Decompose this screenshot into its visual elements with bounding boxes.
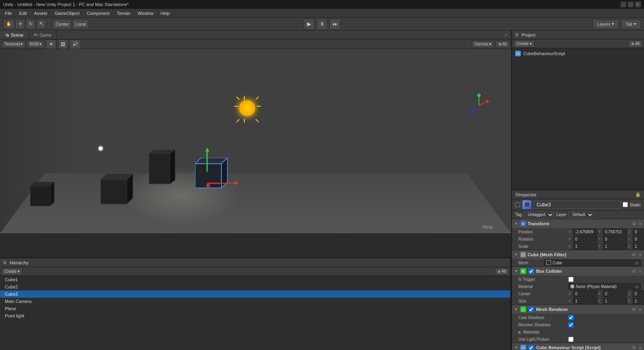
layers-dropdown[interactable]: Layers ▾ [592,19,619,29]
hierarchy-item-cube3[interactable]: Cube3 [0,290,510,298]
menu-assets[interactable]: Assets [31,10,51,16]
layer-dropdown[interactable]: Default [569,211,594,218]
box-collider-menu[interactable]: ≡ [639,269,642,274]
hierarchy-item-plane[interactable]: Plane [0,305,510,312]
cast-shadows-checkbox[interactable] [568,315,574,320]
maximize-scene-icon[interactable]: ⤢ [504,32,508,38]
center-inputs: X Y Z [568,290,644,297]
receive-shadows-checkbox[interactable] [568,322,574,327]
hierarchy-all-dropdown[interactable]: ⊕ All [495,268,509,275]
move-tool[interactable]: ✛ [15,19,25,29]
rot-z-input[interactable] [633,236,644,242]
hierarchy-item-point-light[interactable]: Point light [0,312,510,319]
hierarchy-item-cube1[interactable]: Cube1 [0,276,510,283]
pos-z-input[interactable] [633,229,644,235]
pause-button[interactable]: ⏸ [316,19,328,30]
scale-z-input[interactable] [633,243,644,249]
menu-component[interactable]: Component [83,10,113,16]
menu-edit[interactable]: Edit [16,10,30,16]
game-tab[interactable]: 🎮 Game [29,31,57,39]
object-name-input[interactable] [534,201,620,209]
size-x-input[interactable] [573,298,597,304]
step-button[interactable]: ⏭ [329,19,341,30]
sun-btn[interactable]: ☀ [46,39,56,49]
rot-x-input[interactable] [573,236,597,242]
rot-y-input[interactable] [603,236,627,242]
mesh-renderer-enable[interactable] [528,307,534,312]
box-collider-gear[interactable]: ⚙ [632,269,636,274]
close-button[interactable]: ✕ [635,2,641,7]
local-btn[interactable]: Local [72,19,89,29]
mesh-filter-gear[interactable]: ⚙ [632,252,636,257]
mesh-filter-menu[interactable]: ≡ [639,252,642,257]
pos-y-input[interactable] [603,229,627,235]
mesh-renderer-gear[interactable]: ⚙ [632,307,636,312]
menu-gameobject[interactable]: GameObject [52,10,83,16]
project-item-script[interactable]: C# CubeBehaviourScript [514,50,642,57]
mesh-renderer-menu[interactable]: ≡ [639,307,642,312]
is-trigger-checkbox[interactable] [568,277,574,282]
center-btn[interactable]: Center [53,19,72,29]
menu-terrain[interactable]: Terrain [114,10,134,16]
menu-window[interactable]: Window [134,10,157,16]
size-z-input[interactable] [633,298,644,304]
color-dropdown[interactable]: RGB▾ [27,41,44,48]
layout-dropdown[interactable]: Tall ▾ [621,19,641,29]
play-button[interactable]: ▶ [303,19,315,30]
hierarchy-item-cube2[interactable]: Cube2 [0,283,510,290]
center-y-input[interactable] [603,290,627,297]
svg-marker-9 [30,186,50,206]
transform-menu-icon[interactable]: ≡ [639,221,642,226]
gizmos-dropdown[interactable]: Gizmos▾ [472,41,494,48]
materials-row[interactable]: ▶ Materials [512,328,644,336]
use-light-probes-checkbox[interactable] [568,337,574,342]
mesh-renderer-expand: ▼ [514,307,518,311]
hierarchy-create-btn[interactable]: Create ▾ [2,268,23,275]
scale-row: Scale X Y Z [512,243,644,250]
rotate-tool[interactable]: ↻ [26,19,35,29]
mesh-pick-icon[interactable]: ◎ [635,261,639,265]
mat-pick-icon[interactable]: ◎ [635,284,639,289]
audio-btn[interactable]: 🔊 [70,39,81,49]
scene-view[interactable]: ✦ [0,49,511,257]
maximize-button[interactable]: □ [628,2,634,7]
scale-x-input[interactable] [573,243,597,249]
minimize-button[interactable]: ─ [621,2,626,7]
inspector-scroll[interactable]: ▼ ⊕ Transform ⚙ ≡ Position X [512,219,644,350]
cube-script-icon: C# [520,345,526,350]
scale-tool[interactable]: ⇱ [36,19,46,29]
image-btn[interactable]: 🖼 [58,39,68,49]
transform-gear-icon[interactable]: ⚙ [632,221,636,226]
scale-y-input[interactable] [603,243,627,249]
project-create-btn[interactable]: Create ▾ [514,40,535,47]
all-dropdown[interactable]: ⊕ All [495,41,510,48]
mesh-renderer-header[interactable]: ▼ ⬡ Mesh Renderer ⚙ ≡ [512,305,644,314]
menu-file[interactable]: File [2,10,15,16]
y-axis-handle[interactable] [206,150,208,172]
inspector-lock-icon[interactable]: 🔒 [635,192,641,197]
transform-section-header[interactable]: ▼ ⊕ Transform ⚙ ≡ [512,219,644,228]
cube-script-enable[interactable] [528,345,534,350]
box-collider-enable[interactable] [528,269,534,274]
hand-tool[interactable]: ✋ [3,19,14,29]
box-collider-section: ▼ ⊞ Box Collider ⚙ ≡ Is Trigger [512,267,644,305]
mesh-filter-section: ▼ ⬡ Cube (Mesh Filter) ⚙ ≡ Mesh [512,250,644,267]
object-enable-checkbox[interactable] [515,202,520,207]
shade-dropdown[interactable]: Textured▾ [2,41,25,48]
center-x-input[interactable] [573,290,597,297]
scene-tab[interactable]: 🎭 Scene [0,31,29,39]
box-collider-header[interactable]: ▼ ⊞ Box Collider ⚙ ≡ [512,267,644,276]
size-y-input[interactable] [603,298,627,304]
cube-script-menu[interactable]: ≡ [639,345,642,350]
static-checkbox[interactable] [623,202,628,207]
menu-help[interactable]: Help [157,10,173,16]
cube-script-gear[interactable]: ⚙ [632,345,636,350]
cube-script-header[interactable]: ▼ C# Cube Behaviour Script (Script) ⚙ ≡ [512,343,644,350]
x-axis-handle[interactable] [207,183,235,184]
project-all-dropdown[interactable]: ⊕ All [628,40,642,47]
hierarchy-item-main-camera[interactable]: Main Camera [0,298,510,305]
center-z-input[interactable] [633,290,644,297]
pos-x-input[interactable] [573,229,597,235]
mesh-filter-header[interactable]: ▼ ⬡ Cube (Mesh Filter) ⚙ ≡ [512,250,644,259]
tag-dropdown[interactable]: Untagged [524,211,554,218]
